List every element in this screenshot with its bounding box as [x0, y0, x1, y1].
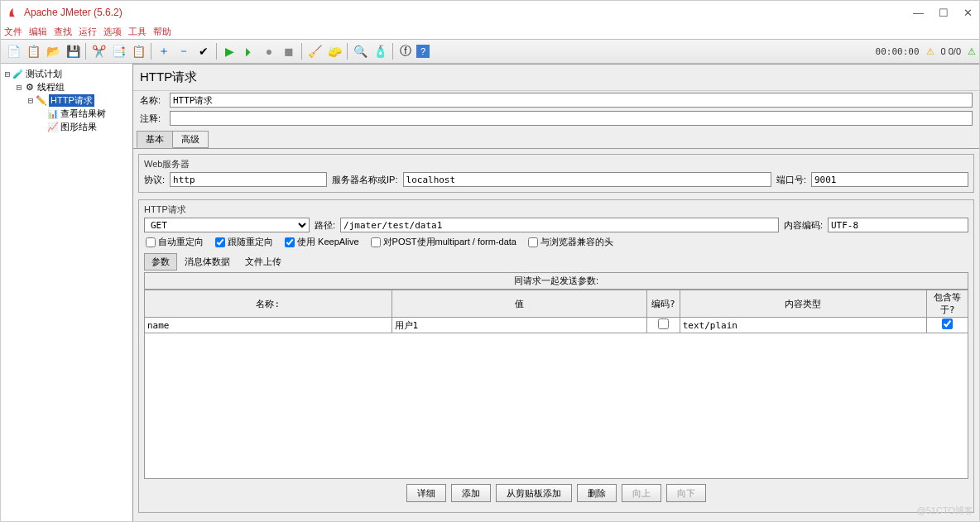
table-empty-area[interactable] [144, 333, 968, 479]
errors-icon[interactable]: ⚠ [968, 46, 976, 57]
tree-http-request[interactable]: ⊟✏️HTTP请求 [2, 93, 131, 107]
http-request-legend: HTTP请求 [144, 204, 968, 216]
editor-panel: HTTP请求 名称: 注释: 基本 高级 Web服务器 协议: [133, 64, 979, 521]
col-value: 值 [392, 290, 646, 318]
cb-browser-headers[interactable]: 与浏览器兼容的头 [528, 236, 613, 248]
tree-graph-results[interactable]: 📈图形结果 [2, 120, 131, 133]
tree-view-results-tree[interactable]: 📊查看结果树 [2, 107, 131, 120]
path-label: 路径: [315, 219, 335, 232]
function-helper-icon[interactable]: ⓕ [396, 42, 415, 60]
encoding-label: 内容编码: [784, 219, 823, 232]
method-select[interactable]: GET [144, 218, 310, 232]
test-plan-tree[interactable]: ⊟🧪测试计划 ⊟⚙线程组 ⊟✏️HTTP请求 📊查看结果树 📈图形结果 [1, 64, 133, 521]
param-table[interactable]: 名称: 值 编码? 内容类型 包含等于? name 用户1 text/plain [144, 290, 968, 333]
menu-run[interactable]: 运行 [79, 26, 97, 38]
port-label: 端口号: [776, 174, 806, 186]
titlebar: Apache JMeter (5.6.2) ― ☐ ✕ [1, 1, 979, 24]
down-button[interactable]: 向下 [666, 484, 706, 502]
menu-options[interactable]: 选项 [103, 26, 122, 38]
ptab-body[interactable]: 消息体数据 [177, 253, 238, 271]
expand-icon[interactable]: ＋ [155, 42, 173, 60]
cb-multipart[interactable]: 对POST使用multipart / form-data [371, 236, 516, 248]
port-field[interactable] [811, 172, 968, 187]
encoding-field[interactable] [828, 218, 968, 232]
cell-value[interactable]: 用户1 [392, 318, 646, 333]
protocol-field[interactable] [170, 172, 327, 187]
cb-follow-redirect[interactable]: 跟随重定向 [215, 236, 273, 248]
toolbar: 📄 📋 📂 💾 ✂️ 📑 📋 ＋ － ✔ ▶ ⏵ ● ◼ 🧹 🧽 🔍 🧴 ⓕ ?… [1, 39, 979, 64]
start-icon[interactable]: ▶ [220, 42, 238, 60]
up-button[interactable]: 向上 [622, 484, 661, 502]
server-label: 服务器名称或IP: [332, 174, 397, 186]
cell-name[interactable]: name [145, 318, 392, 333]
open-icon[interactable]: 📂 [44, 42, 62, 60]
tab-advanced[interactable]: 高级 [172, 131, 209, 148]
collapse-icon[interactable]: － [175, 42, 193, 60]
web-server-legend: Web服务器 [144, 158, 968, 170]
col-include: 包含等于? [927, 290, 968, 318]
name-field[interactable] [170, 93, 973, 108]
col-ctype: 内容类型 [680, 290, 927, 318]
table-row[interactable]: name 用户1 text/plain [145, 318, 968, 333]
tab-basic[interactable]: 基本 [137, 131, 173, 148]
ptab-files[interactable]: 文件上传 [238, 253, 289, 271]
col-name: 名称: [145, 290, 392, 318]
new-icon[interactable]: 📄 [4, 42, 22, 60]
cb-auto-redirect[interactable]: 自动重定向 [146, 236, 204, 248]
shutdown-icon[interactable]: ◼ [280, 42, 298, 60]
menu-edit[interactable]: 编辑 [29, 26, 47, 38]
elapsed-timer: 00:00:00 [876, 46, 920, 57]
help-icon[interactable]: ? [416, 45, 430, 58]
param-table-caption: 同请求一起发送参数: [144, 272, 968, 290]
save-icon[interactable]: 💾 [64, 42, 82, 60]
warnings-icon[interactable]: ⚠ [926, 46, 934, 57]
clear-icon[interactable]: 🧹 [305, 42, 324, 60]
minimize-button[interactable]: ― [913, 7, 924, 19]
comment-label: 注释: [140, 113, 166, 125]
tree-thread-group[interactable]: ⊟⚙线程组 [2, 80, 131, 93]
maximize-button[interactable]: ☐ [939, 7, 949, 19]
menubar: 文件 编辑 查找 运行 选项 工具 帮助 [1, 24, 979, 39]
toggle-icon[interactable]: ✔ [195, 42, 213, 60]
cell-ctype[interactable]: text/plain [680, 318, 927, 333]
menu-tools[interactable]: 工具 [128, 26, 147, 38]
cb-keepalive[interactable]: 使用 KeepAlive [285, 236, 359, 248]
cut-icon[interactable]: ✂️ [89, 42, 108, 60]
window-title: Apache JMeter (5.6.2) [24, 7, 913, 18]
menu-help[interactable]: 帮助 [153, 26, 171, 38]
search-icon[interactable]: 🔍 [351, 42, 369, 60]
thread-counts: 0 0/0 [941, 46, 961, 56]
app-logo-icon [7, 7, 19, 18]
path-field[interactable] [340, 218, 779, 232]
start-no-pause-icon[interactable]: ⏵ [240, 42, 258, 60]
menu-search[interactable]: 查找 [54, 26, 72, 38]
reset-search-icon[interactable]: 🧴 [371, 42, 389, 60]
name-label: 名称: [140, 94, 166, 107]
http-request-group: HTTP请求 GET 路径: 内容编码: 自动重定向 跟随重定向 使用 Keep… [138, 199, 974, 513]
add-button[interactable]: 添加 [451, 484, 491, 502]
protocol-label: 协议: [144, 174, 165, 186]
comment-field[interactable] [170, 111, 973, 126]
tree-test-plan[interactable]: ⊟🧪测试计划 [2, 67, 131, 80]
cell-encode[interactable] [646, 318, 680, 333]
copy-icon[interactable]: 📑 [109, 42, 127, 60]
detail-button[interactable]: 详细 [406, 484, 446, 502]
col-encode: 编码? [646, 290, 680, 318]
clipboard-button[interactable]: 从剪贴板添加 [496, 484, 572, 502]
stop-icon[interactable]: ● [260, 42, 278, 60]
clear-all-icon[interactable]: 🧽 [325, 42, 343, 60]
panel-title: HTTP请求 [133, 65, 979, 91]
close-button[interactable]: ✕ [963, 7, 973, 19]
cell-include[interactable] [927, 318, 968, 333]
templates-icon[interactable]: 📋 [24, 42, 42, 60]
watermark: @51CTO博客 [917, 505, 973, 517]
delete-button[interactable]: 删除 [577, 484, 617, 502]
web-server-group: Web服务器 协议: 服务器名称或IP: 端口号: [138, 154, 974, 193]
ptab-params[interactable]: 参数 [144, 253, 177, 271]
paste-icon[interactable]: 📋 [129, 42, 147, 60]
server-field[interactable] [403, 172, 771, 187]
menu-file[interactable]: 文件 [4, 26, 22, 38]
